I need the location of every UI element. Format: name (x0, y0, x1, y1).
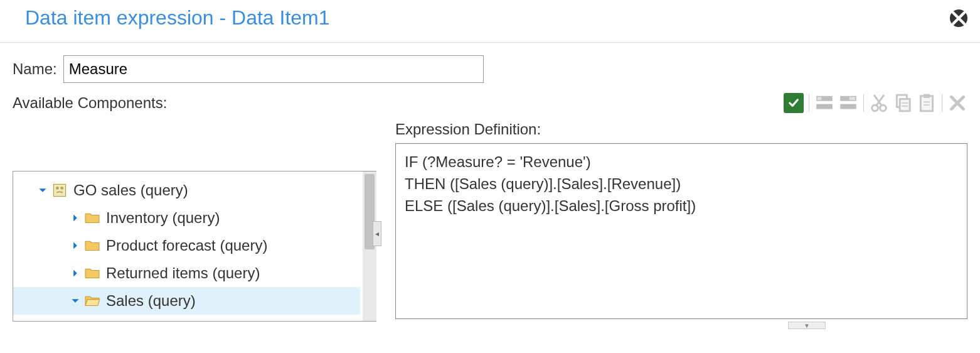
expand-arrow-down-icon[interactable] (70, 296, 81, 305)
svg-rect-2 (818, 97, 821, 100)
expression-toolbar (784, 93, 967, 113)
folder-icon (85, 239, 100, 253)
svg-rect-5 (850, 97, 856, 100)
dialog-title: Data item expression - Data Item1 (25, 6, 330, 30)
components-toolbar-row: Available Components: (13, 93, 967, 113)
dialog-header: Data item expression - Data Item1 (0, 0, 980, 43)
horizontal-splitter-handle[interactable]: ◂ (373, 221, 381, 246)
folder-icon (85, 211, 100, 225)
copy-button[interactable] (893, 93, 913, 113)
paste-button[interactable] (917, 93, 937, 113)
name-input[interactable] (63, 55, 484, 83)
svg-rect-4 (840, 104, 856, 109)
expression-panel: Expression Definition: IF (?Measure? = '… (376, 121, 967, 329)
svg-rect-1 (816, 104, 833, 109)
components-panel: GO sales (query) Inventory (query) (13, 121, 376, 329)
expand-arrow-right-icon[interactable] (70, 241, 81, 250)
components-tree: GO sales (query) Inventory (query) (13, 171, 376, 322)
svg-rect-9 (900, 99, 910, 111)
name-label: Name: (13, 60, 57, 78)
tree: GO sales (query) Inventory (query) (13, 176, 376, 315)
svg-rect-16 (53, 184, 65, 196)
toolbar-divider (942, 94, 942, 112)
tree-node-label: Product forecast (query) (106, 237, 267, 254)
folder-open-icon (85, 294, 100, 308)
expand-arrow-right-icon[interactable] (70, 214, 81, 222)
tree-scrollbar[interactable] (363, 171, 376, 321)
folder-icon (85, 266, 100, 280)
validate-button[interactable] (784, 93, 804, 113)
tree-node-product-forecast[interactable]: Product forecast (query) (13, 232, 360, 259)
tree-root-node[interactable]: GO sales (query) (13, 176, 360, 204)
available-components-label: Available Components: (13, 94, 167, 112)
expand-arrow-right-icon[interactable] (70, 269, 81, 278)
vertical-splitter-handle[interactable]: ▼ (788, 322, 826, 329)
svg-rect-13 (924, 94, 930, 98)
select-all-button[interactable] (814, 93, 834, 113)
vertical-splitter: ▼ (395, 322, 967, 329)
namespace-icon (52, 183, 67, 197)
toolbar-divider (809, 94, 809, 112)
toolbar-divider (863, 94, 864, 112)
tree-node-inventory[interactable]: Inventory (query) (13, 204, 360, 232)
svg-point-18 (60, 187, 63, 190)
tree-node-returned-items[interactable]: Returned items (query) (13, 259, 360, 287)
tree-node-sales[interactable]: Sales (query) (13, 287, 360, 315)
main-row: GO sales (query) Inventory (query) (13, 121, 967, 329)
svg-point-17 (56, 187, 59, 190)
expand-arrow-down-icon[interactable] (37, 186, 48, 195)
select-value-button[interactable] (838, 93, 858, 113)
tree-node-label: GO sales (query) (73, 182, 188, 199)
close-button[interactable] (950, 9, 967, 27)
cut-button[interactable] (869, 93, 889, 113)
expression-definition-label: Expression Definition: (395, 121, 967, 138)
dialog-body: Name: Available Components: (0, 43, 980, 329)
tree-node-label: Returned items (query) (106, 264, 260, 282)
tree-node-label: Inventory (query) (106, 209, 220, 227)
tree-node-label: Sales (query) (106, 292, 196, 310)
svg-rect-12 (920, 96, 932, 111)
name-row: Name: (13, 55, 967, 83)
delete-button[interactable] (947, 93, 967, 113)
expression-definition-input[interactable]: IF (?Measure? = 'Revenue') THEN ([Sales … (395, 143, 967, 319)
